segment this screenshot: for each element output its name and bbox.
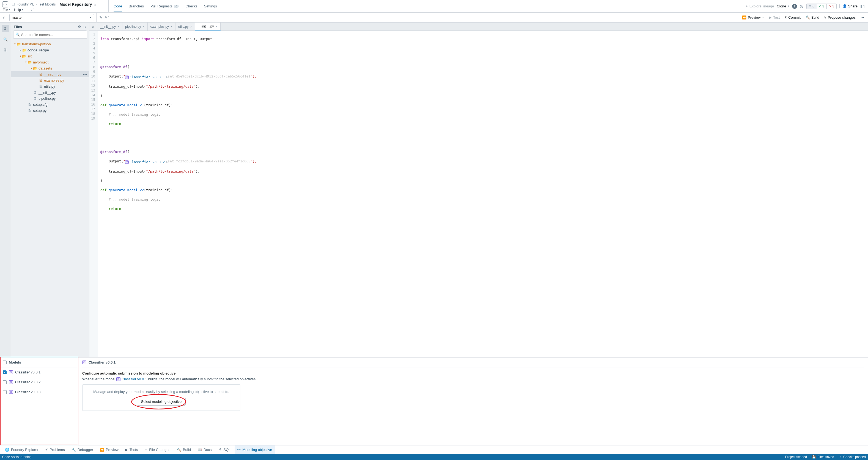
select-objective-button[interactable]: Select modeling objective [137, 398, 186, 405]
model-checkbox[interactable] [3, 390, 7, 394]
edit-icon[interactable]: ✎ [99, 15, 102, 20]
file-actions-icon[interactable]: ••• [83, 72, 88, 76]
btab-build[interactable]: 🔨Build [174, 446, 194, 454]
select-all-checkbox[interactable] [3, 361, 7, 364]
btab-explorer[interactable]: 🌐Foundry Explorer [2, 446, 41, 454]
btab-preview[interactable]: ⏩Preview [97, 446, 121, 454]
tab-branches[interactable]: Branches [129, 0, 144, 12]
test-button[interactable]: ▶Test [769, 15, 780, 20]
tab-code[interactable]: Code [114, 0, 122, 12]
model-link[interactable]: Classifier v0.0.1 [122, 377, 147, 381]
tree-file-myproject-init[interactable]: 🗎__init__.py [11, 89, 89, 95]
close-icon[interactable]: × [170, 25, 173, 29]
close-icon[interactable]: × [216, 25, 218, 28]
folder-stack-icon: ❐ [12, 2, 15, 6]
help-icon[interactable]: ? [792, 4, 797, 9]
new-branch-icon[interactable]: ⑂⁺ [105, 15, 110, 20]
help-menu[interactable]: Help▼ [14, 8, 24, 12]
model-row-3[interactable]: ⊡ Classifier v0.0.3 [0, 387, 78, 397]
btab-debugger[interactable]: 🔧Debugger [69, 446, 96, 454]
breadcrumb-workspace[interactable]: Foundry ML [17, 2, 34, 6]
btab-sql[interactable]: 🗄SQL [216, 446, 234, 454]
checks-status-group[interactable]: ⟳0 ✓3 ✕3 [806, 4, 837, 9]
pencil-icon[interactable]: ✎ [165, 160, 168, 164]
code-lines[interactable]: from transforms.api import transform_df,… [98, 31, 259, 357]
play-forward-icon: ⏩ [742, 15, 746, 20]
tree-file-pipeline[interactable]: 🗎pipeline.py [11, 95, 89, 101]
file-search-input[interactable] [13, 31, 87, 39]
editor-tab-1[interactable]: __init__.py× [97, 23, 122, 31]
branch-selector[interactable]: master▼ [9, 14, 94, 21]
tree-folder-datasets[interactable]: ▾📂datasets [11, 65, 89, 71]
breadcrumb-repo[interactable]: Model Repository [60, 2, 92, 7]
editor-tab-3[interactable]: examples.py× [148, 23, 176, 31]
check-icon: ✓ [819, 4, 822, 8]
packages-rail-icon[interactable]: 🗄 [2, 47, 9, 54]
wrench-icon: 🔧 [71, 448, 76, 452]
model-checkbox[interactable] [3, 380, 7, 384]
tab-pull-requests[interactable]: Pull Requests0 [150, 0, 179, 12]
tree-file-setup-py[interactable]: 🗎setup.py [11, 107, 89, 113]
propose-changes-button[interactable]: ⑂Propose changes [824, 15, 856, 20]
files-panel: Files ⚙ ⊕ 🔍 ▾📂transforms-python ▸📁conda_… [11, 23, 89, 357]
btab-modeling-objective[interactable]: 〰Modeling objective [235, 446, 275, 454]
editor-tab-2[interactable]: pipeline.py× [122, 23, 147, 31]
divider [839, 4, 840, 8]
close-icon[interactable]: × [190, 25, 192, 29]
tree-file-datasets-init[interactable]: 🗎__init__.py••• [11, 71, 89, 77]
model-row-2[interactable]: ⊡ Classifier v0.0.2 [0, 377, 78, 387]
editor-tab-home[interactable]: ⌂ [89, 23, 97, 31]
tree-file-examples[interactable]: 🗎examples.py [11, 77, 89, 83]
btab-tests[interactable]: ▶Tests [122, 446, 141, 454]
files-saved-status[interactable]: 💾Files saved [812, 455, 834, 459]
panel-toggle-icon[interactable]: ▮▯ [860, 4, 865, 8]
model-icon: ⊡ [82, 361, 86, 364]
tab-checks[interactable]: Checks [185, 0, 197, 12]
commit-button[interactable]: ⎘Commit [785, 15, 801, 20]
editor-tab-5[interactable]: __init__.py× [195, 23, 220, 31]
explore-lineage-button[interactable]: ✦Explore lineage [745, 4, 774, 8]
btab-file-changes[interactable]: ≣File Changes [142, 446, 173, 454]
star-icon[interactable]: ☆ [93, 2, 97, 7]
more-icon[interactable]: ⋯ [861, 15, 864, 20]
model-row-1[interactable]: ✓ ⊡ Classifier v0.0.1 [0, 367, 78, 377]
card-text: Manage and deploy your models easily by … [88, 390, 235, 394]
branches-count[interactable]: ⑂ 1 [31, 8, 35, 12]
btab-problems[interactable]: ✔Problems [42, 446, 68, 454]
editor-tab-4[interactable]: utils.py× [176, 23, 195, 31]
breadcrumb-folder[interactable]: Test Models [38, 2, 56, 6]
tab-settings[interactable]: Settings [204, 0, 217, 12]
build-button[interactable]: 🔨Build [806, 15, 819, 20]
clone-dropdown[interactable]: Clone▼ [777, 4, 789, 8]
share-button[interactable]: 👤Share [842, 4, 858, 8]
preview-button[interactable]: ⏩Preview▼ [742, 15, 764, 20]
add-icon[interactable]: ⊕ [83, 25, 86, 29]
model-checkbox[interactable]: ✓ [3, 370, 7, 374]
files-rail-icon[interactable]: 🗎 [2, 25, 9, 32]
file-menu[interactable]: File▼ [3, 8, 11, 12]
tree-file-utils[interactable]: 🗎utils.py [11, 83, 89, 89]
code-assist-status[interactable]: Code Assist running [2, 455, 32, 459]
project-scoped-status[interactable]: Project scoped [785, 455, 807, 459]
models-header[interactable]: Models [0, 358, 78, 367]
code-editor[interactable]: 12345678910111213141516171819 from trans… [89, 31, 868, 357]
model-icon: ⊡ [125, 75, 129, 79]
home-icon: ⌂ [92, 25, 94, 29]
tree-folder-myproject[interactable]: ▾📂myproject [11, 59, 89, 65]
checks-passed-status[interactable]: ✓Checks passed [839, 455, 866, 459]
keyboard-shortcuts-icon[interactable]: ⌘ [800, 4, 804, 8]
branch-icon: ⑂ [31, 8, 32, 12]
gear-icon[interactable]: ⚙ [78, 25, 81, 29]
close-icon[interactable]: × [118, 25, 119, 29]
search-rail-icon[interactable]: 🔍 [2, 36, 9, 43]
tree-file-setup-cfg[interactable]: 🗎setup.cfg [11, 101, 89, 107]
tree-folder-src[interactable]: ▾📂src [11, 53, 89, 59]
check-circle-icon: ✔ [45, 448, 48, 452]
branch-icon: ⑂ [2, 15, 5, 20]
tree-folder-conda[interactable]: ▸📁conda_recipe [11, 47, 89, 53]
tree-folder-root[interactable]: ▾📂transforms-python [11, 41, 89, 47]
models-panel: Models ✓ ⊡ Classifier v0.0.1 ⊡ Classifie… [0, 357, 868, 445]
btab-docs[interactable]: 📖Docs [195, 446, 215, 454]
close-icon[interactable]: × [143, 25, 145, 29]
pencil-icon[interactable]: ✎ [165, 75, 168, 79]
